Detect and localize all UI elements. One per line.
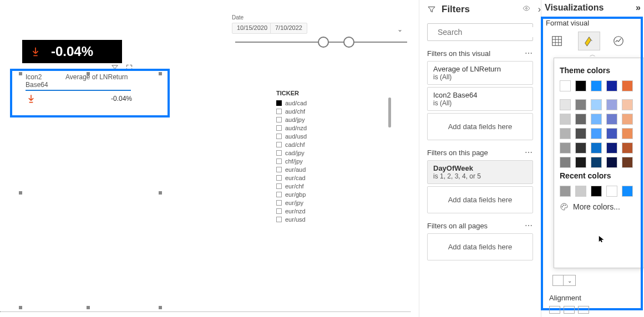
build-visual-tab[interactable]: [546, 32, 568, 50]
section-filters-all: Filters on all pages ⋯: [427, 221, 533, 230]
ticker-legend-item[interactable]: cad/chf: [276, 140, 307, 149]
kpi-value: -0.04%: [49, 44, 93, 59]
svg-point-0: [525, 8, 527, 9]
ticker-legend-item[interactable]: chf/jpy: [276, 157, 307, 165]
ticker-legend-item[interactable]: aud/cad: [276, 99, 307, 107]
collapse-pane-icon[interactable]: »: [636, 3, 641, 13]
table-visual-highlighted[interactable]: Icon2 Base64 Average of LNReturn -0.04%: [10, 69, 170, 117]
date-slicer-dropdown-icon[interactable]: ⌄: [397, 25, 403, 33]
filter-card-avg-lnreturn[interactable]: Average of LNReturn is (All): [427, 61, 533, 85]
resize-handle[interactable]: [87, 306, 90, 309]
more-icon[interactable]: ⋯: [525, 49, 533, 58]
color-swatch[interactable]: [575, 80, 586, 91]
legend-label: aud/usd: [285, 133, 307, 140]
color-swatch[interactable]: [591, 114, 602, 125]
color-swatch[interactable]: [575, 128, 586, 139]
date-start-input[interactable]: 10/15/2020: [232, 23, 272, 34]
recent-color-swatch[interactable]: [575, 186, 586, 197]
color-swatch[interactable]: [560, 157, 571, 168]
color-swatch[interactable]: [606, 114, 617, 125]
ticker-scrollbar[interactable]: [388, 98, 391, 127]
color-swatch[interactable]: [622, 157, 633, 168]
resize-handle[interactable]: [19, 306, 22, 309]
color-swatch[interactable]: [606, 99, 617, 110]
color-swatch[interactable]: [606, 80, 617, 91]
recent-color-swatch[interactable]: [591, 186, 602, 197]
ticker-legend-item[interactable]: eur/cad: [276, 173, 307, 182]
color-swatch[interactable]: [560, 80, 571, 91]
align-center-button[interactable]: [564, 306, 575, 314]
color-swatch[interactable]: [606, 128, 617, 139]
table-row[interactable]: -0.04%: [12, 91, 168, 104]
color-swatch[interactable]: [575, 114, 586, 125]
color-swatch[interactable]: [560, 99, 571, 110]
date-slider-handle-start[interactable]: [318, 37, 329, 48]
ticker-legend-item[interactable]: cad/jpy: [276, 149, 307, 157]
date-slider-handle-end[interactable]: [343, 37, 354, 48]
format-visual-tab[interactable]: [578, 32, 600, 50]
ticker-legend-item[interactable]: eur/jpy: [276, 198, 307, 207]
svg-point-4: [562, 206, 562, 207]
ticker-legend-item[interactable]: aud/jpy: [276, 115, 307, 124]
align-right-button[interactable]: [578, 306, 589, 314]
color-swatch[interactable]: [591, 80, 602, 91]
ticker-legend-item[interactable]: aud/chf: [276, 107, 307, 115]
more-colors-button[interactable]: More colors...: [560, 202, 638, 211]
color-swatch[interactable]: [575, 142, 586, 154]
filter-card-icon2[interactable]: Icon2 Base64 is (All): [427, 87, 533, 111]
analytics-tab[interactable]: [610, 32, 627, 50]
ticker-legend-item[interactable]: eur/chf: [276, 182, 307, 190]
color-swatch[interactable]: [575, 157, 586, 168]
ticker-legend-item[interactable]: eur/aud: [276, 165, 307, 173]
color-swatch[interactable]: [560, 128, 571, 139]
more-icon[interactable]: ⋯: [525, 221, 533, 230]
color-swatch[interactable]: [591, 99, 602, 110]
resize-handle[interactable]: [19, 191, 22, 195]
color-dropdown[interactable]: ⌄: [552, 275, 576, 286]
filters-search[interactable]: [427, 23, 533, 41]
chevron-down-icon[interactable]: ⌄: [564, 275, 576, 286]
color-swatch[interactable]: [591, 142, 602, 154]
kpi-card[interactable]: -0.04%: [22, 40, 122, 63]
align-left-button[interactable]: [549, 306, 560, 314]
legend-label: aud/jpy: [285, 116, 305, 123]
report-canvas[interactable]: Date 10/15/2020 7/10/2022 ⌄ -0.04% ⋯ Ico…: [0, 0, 419, 317]
color-swatch[interactable]: [606, 142, 617, 154]
color-swatch[interactable]: [591, 157, 602, 168]
color-swatch[interactable]: [560, 142, 571, 154]
ticker-legend-item[interactable]: eur/nzd: [276, 207, 307, 215]
color-swatch[interactable]: [575, 99, 586, 110]
eye-icon[interactable]: [523, 4, 530, 14]
color-swatch[interactable]: [622, 99, 633, 110]
more-icon[interactable]: ⋯: [525, 148, 533, 157]
color-swatch[interactable]: [622, 80, 633, 91]
ticker-legend-item[interactable]: aud/usd: [276, 132, 307, 140]
color-swatch[interactable]: [622, 114, 633, 125]
ticker-legend-item[interactable]: aud/nzd: [276, 124, 307, 132]
table-col2-header[interactable]: Average of LNReturn: [65, 73, 128, 89]
resize-handle[interactable]: [159, 306, 162, 309]
drop-zone-visual[interactable]: Add data fields here: [427, 113, 533, 140]
recent-color-swatch[interactable]: [606, 186, 617, 197]
color-swatch[interactable]: [591, 128, 602, 139]
ticker-legend-item[interactable]: eur/usd: [276, 215, 307, 223]
legend-swatch: [276, 150, 282, 156]
drop-zone-page[interactable]: Add data fields here: [427, 186, 533, 213]
color-swatch[interactable]: [560, 114, 571, 125]
resize-handle[interactable]: [19, 72, 22, 75]
ticker-legend-item[interactable]: eur/gbp: [276, 190, 307, 198]
filter-card-dayofweek[interactable]: DayOfWeek is 1, 2, 3, 4, or 5: [427, 160, 533, 184]
resize-handle[interactable]: [87, 72, 90, 75]
recent-color-swatch[interactable]: [560, 186, 571, 197]
color-swatch[interactable]: [622, 128, 633, 139]
date-end-input[interactable]: 7/10/2022: [270, 23, 307, 34]
color-swatch[interactable]: [606, 157, 617, 168]
recent-color-swatch[interactable]: [622, 186, 633, 197]
search-input[interactable]: [437, 27, 536, 37]
resize-handle[interactable]: [159, 72, 162, 75]
table-col1-header[interactable]: Icon2 Base64: [26, 73, 65, 89]
resize-handle[interactable]: [159, 191, 162, 195]
ticker-legend[interactable]: aud/cadaud/chfaud/jpyaud/nzdaud/usdcad/c…: [276, 99, 307, 223]
drop-zone-all[interactable]: Add data fields here: [427, 233, 533, 260]
color-swatch[interactable]: [622, 142, 633, 154]
